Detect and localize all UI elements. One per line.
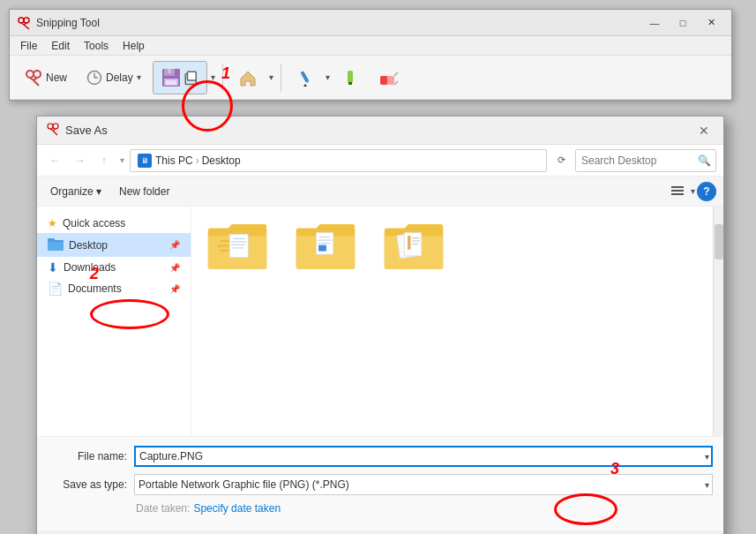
pin-icon: 📌 — [169, 240, 180, 250]
address-sep: ▾ — [120, 155, 124, 165]
view-buttons: ▾ ? — [666, 180, 716, 203]
folder-item-1[interactable] — [202, 217, 273, 275]
svg-rect-44 — [231, 241, 247, 242]
toolbar: New Delay ▾ ▾ — [10, 56, 731, 100]
filename-input[interactable] — [134, 446, 713, 467]
breadcrumb[interactable]: 🖥 This PC › Desktop — [130, 149, 547, 172]
svg-rect-56 — [412, 240, 420, 241]
eraser-icon — [378, 69, 400, 86]
delay-dropdown-arrow[interactable]: ▾ — [137, 72, 141, 82]
date-taken-link[interactable]: Specify date taken — [193, 502, 281, 515]
window-title: Snipping Tool — [36, 17, 641, 29]
toolbar-separator-2 — [281, 64, 281, 92]
dialog-title-bar: Save As ✕ — [37, 117, 723, 145]
view-list-button[interactable] — [666, 180, 689, 203]
svg-rect-20 — [300, 71, 309, 83]
menu-edit[interactable]: Edit — [44, 38, 77, 54]
new-label: New — [46, 71, 67, 84]
svg-rect-19 — [187, 71, 196, 80]
nav-documents[interactable]: 📄 Documents 📌 — [37, 278, 191, 299]
highlighter-icon — [341, 69, 359, 86]
svg-rect-57 — [412, 244, 418, 244]
menu-file[interactable]: File — [13, 38, 44, 54]
folder-item-3[interactable] — [378, 217, 449, 275]
scroll-thumb[interactable] — [715, 224, 723, 259]
new-button[interactable]: New — [17, 61, 75, 94]
home-icon — [238, 68, 258, 87]
window-controls: — □ ✕ — [641, 14, 724, 32]
nav-quick-access-label: Quick access — [63, 217, 125, 229]
documents-pin-icon: 📌 — [169, 284, 180, 294]
up-button[interactable]: ↑ — [94, 150, 115, 171]
dialog-close-button[interactable]: ✕ — [693, 120, 715, 141]
list-view-icon — [671, 185, 684, 198]
new-folder-button[interactable]: New folder — [113, 182, 176, 201]
back-button[interactable]: ← — [44, 150, 65, 171]
close-button[interactable]: ✕ — [698, 14, 724, 32]
clock-icon — [86, 70, 102, 86]
organize-button[interactable]: Organize ▾ — [44, 182, 108, 201]
svg-rect-23 — [348, 82, 352, 85]
svg-rect-33 — [671, 186, 684, 188]
pen-dropdown-arrow[interactable]: ▾ — [326, 72, 330, 82]
svg-line-32 — [53, 131, 57, 135]
svg-line-2 — [21, 23, 24, 25]
dropdown-arrow-save[interactable]: ▾ — [211, 72, 215, 82]
home-dropdown-arrow[interactable]: ▾ — [269, 72, 273, 82]
forward-button[interactable]: → — [69, 150, 90, 171]
scrollbar[interactable] — [713, 207, 723, 436]
filename-label: File name: — [48, 450, 127, 463]
maximize-button[interactable]: □ — [670, 14, 696, 32]
breadcrumb-folder: Desktop — [202, 154, 241, 167]
star-icon: ★ — [48, 217, 57, 229]
menu-help[interactable]: Help — [116, 38, 152, 54]
folder-item-2[interactable] — [290, 217, 361, 275]
nav-quick-access[interactable]: ★ Quick access — [37, 214, 191, 233]
home-button[interactable] — [230, 61, 266, 94]
svg-point-1 — [24, 18, 29, 23]
svg-rect-37 — [48, 242, 64, 251]
save-disk-icon — [161, 67, 182, 88]
minimize-button[interactable]: — — [641, 14, 668, 32]
dialog-toolbar: Organize ▾ New folder ▾ ? — [37, 177, 723, 207]
filename-input-wrap: ▾ — [134, 446, 713, 467]
nav-desktop[interactable]: Desktop 📌 — [37, 233, 191, 257]
svg-rect-46 — [233, 247, 243, 248]
save-button[interactable] — [153, 61, 207, 94]
refresh-button[interactable]: ⟳ — [550, 150, 572, 171]
filetype-select[interactable]: Portable Network Graphic file (PNG) (*.P… — [134, 474, 713, 495]
documents-icon: 📄 — [48, 282, 63, 296]
app-icon — [17, 16, 31, 30]
svg-rect-15 — [168, 69, 171, 73]
toolbar-separator-1 — [222, 64, 223, 92]
svg-rect-25 — [380, 76, 387, 85]
search-input[interactable] — [575, 149, 716, 172]
svg-line-9 — [34, 80, 39, 86]
pen-button[interactable] — [288, 61, 322, 94]
date-taken-label: Date taken: — [136, 502, 190, 515]
delay-button[interactable]: Delay ▾ — [79, 61, 149, 94]
nav-downloads-label: Downloads — [64, 261, 116, 274]
pc-icon: 🖥 — [138, 154, 152, 168]
highlighter-button[interactable] — [333, 61, 367, 94]
search-icon: 🔍 — [698, 154, 711, 167]
filetype-label: Save as type: — [48, 478, 127, 491]
svg-rect-51 — [318, 245, 326, 252]
help-button[interactable]: ? — [697, 182, 716, 201]
svg-rect-49 — [318, 240, 332, 241]
view-dropdown-arrow[interactable]: ▾ — [691, 186, 695, 196]
svg-rect-55 — [412, 237, 420, 238]
svg-line-4 — [24, 25, 29, 29]
nav-panel: ★ Quick access Desktop 📌 ⬇ — [37, 207, 191, 436]
nav-desktop-label: Desktop — [69, 239, 108, 252]
dialog-title: Save As — [65, 124, 693, 137]
svg-rect-45 — [231, 244, 245, 245]
nav-downloads[interactable]: ⬇ Downloads 📌 — [37, 257, 191, 278]
folder-icon-3 — [383, 217, 445, 275]
svg-point-5 — [26, 71, 34, 78]
svg-rect-48 — [319, 237, 330, 237]
eraser-button[interactable] — [371, 61, 408, 94]
downloads-pin-icon: 📌 — [169, 263, 180, 273]
menu-tools[interactable]: Tools — [77, 38, 116, 54]
breadcrumb-chevron-1: › — [196, 154, 199, 167]
